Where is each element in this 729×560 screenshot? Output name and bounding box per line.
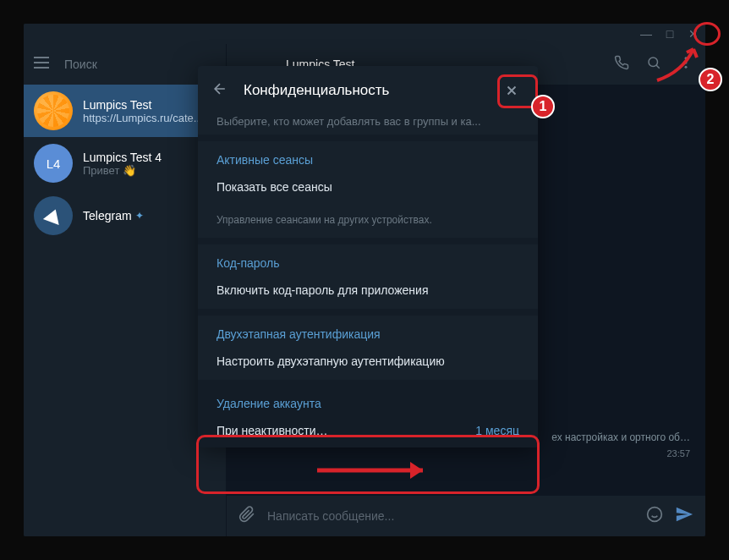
svg-point-1 [685, 57, 688, 59]
settings-description: Выберите, кто может добавлять вас в груп… [198, 115, 538, 135]
setup-2fa-item[interactable]: Настроить двухэтапную аутентификацию [217, 354, 519, 368]
more-icon[interactable] [678, 55, 693, 74]
section-two-factor: Двухэтапная аутентификация Настроить дву… [198, 309, 538, 380]
inactivity-row[interactable]: При неактивности… 1 месяц [217, 424, 519, 437]
chat-text: Telegram ✦ [83, 209, 144, 222]
sidebar-top: Поиск [24, 44, 226, 85]
avatar: L4 [34, 144, 73, 183]
avatar [34, 91, 73, 130]
chat-title: Telegram ✦ [83, 209, 144, 222]
svg-point-4 [648, 508, 662, 522]
window-close-button[interactable]: ✕ [685, 25, 702, 42]
message-composer: Написать сообщение... [227, 496, 705, 536]
chat-item-lumpics-test-4[interactable]: L4 Lumpics Test 4 Привет 👋 [24, 137, 226, 189]
chat-title: Lumpics Test [83, 98, 203, 112]
chat-item-telegram[interactable]: Telegram ✦ [24, 189, 226, 242]
sessions-hint: Управление сеансами на других устройства… [198, 206, 538, 238]
chat-item-lumpics-test[interactable]: Lumpics Test https://Lumpics.ru/cate... [24, 85, 226, 137]
call-icon[interactable] [614, 55, 629, 74]
message-time: 23:57 [666, 448, 690, 458]
composer-input[interactable]: Написать сообщение... [267, 509, 634, 523]
search-icon[interactable] [646, 55, 661, 74]
inactivity-value[interactable]: 1 месяц [475, 424, 519, 437]
verified-icon: ✦ [135, 210, 144, 222]
chat-text: Lumpics Test https://Lumpics.ru/cate... [83, 98, 203, 124]
chat-title-text: Telegram [83, 209, 132, 222]
show-all-sessions-item[interactable]: Показать все сеансы [217, 180, 519, 194]
section-title: Активные сеансы [217, 153, 519, 167]
emoji-icon[interactable] [646, 506, 663, 526]
attach-icon[interactable] [238, 506, 255, 526]
section-title: Удаление аккаунта [217, 397, 519, 410]
avatar [34, 196, 73, 235]
chat-subtitle: https://Lumpics.ru/cate... [83, 112, 203, 124]
svg-point-2 [685, 62, 688, 64]
message-fragment: ех настройках и ортного об… [551, 431, 690, 445]
settings-title: Конфиденциальность [244, 82, 484, 99]
minimize-button[interactable]: — [638, 25, 655, 42]
inactivity-label: При неактивности… [217, 424, 328, 437]
section-title: Двухэтапная аутентификация [217, 327, 519, 341]
svg-point-0 [649, 58, 658, 67]
chat-subtitle: Привет 👋 [83, 164, 162, 177]
maximize-button[interactable]: □ [661, 25, 678, 42]
window-titlebar: — □ ✕ [24, 24, 705, 44]
svg-point-3 [685, 66, 688, 69]
section-title: Код-пароль [217, 256, 519, 270]
enable-passcode-item[interactable]: Включить код-пароль для приложения [217, 283, 519, 297]
close-icon[interactable] [499, 78, 524, 103]
chat-text: Lumpics Test 4 Привет 👋 [83, 151, 162, 177]
section-passcode: Код-пароль Включить код-пароль для прило… [198, 238, 538, 309]
settings-header: Конфиденциальность [198, 66, 538, 115]
chat-title: Lumpics Test 4 [83, 151, 162, 164]
section-account-deletion: Удаление аккаунта При неактивности… 1 ме… [198, 380, 538, 447]
section-active-sessions: Активные сеансы Показать все сеансы [198, 135, 538, 206]
sidebar: Поиск Lumpics Test https://Lumpics.ru/ca… [24, 44, 227, 536]
telegram-icon [43, 206, 63, 225]
back-icon[interactable] [211, 80, 228, 101]
privacy-settings-panel: Конфиденциальность Выберите, кто может д… [198, 66, 538, 447]
search-input[interactable]: Поиск [64, 58, 216, 71]
menu-icon[interactable] [34, 57, 49, 72]
send-icon[interactable] [675, 505, 693, 527]
chat-header-actions [614, 55, 693, 74]
